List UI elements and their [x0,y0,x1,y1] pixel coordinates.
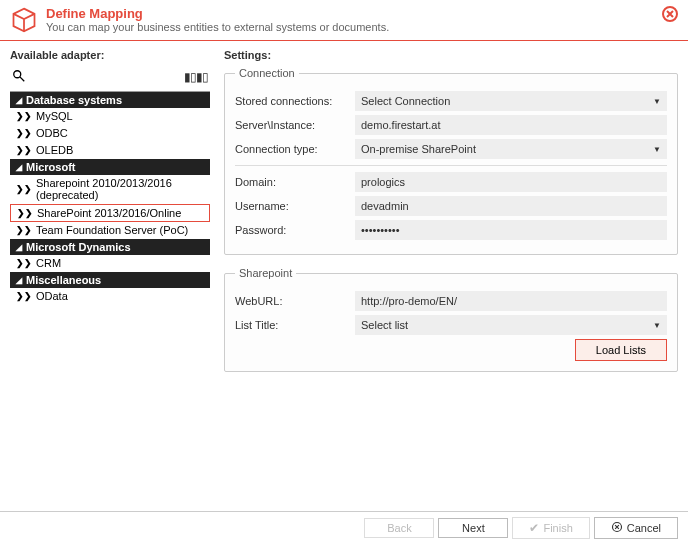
tree-group-label: Microsoft Dynamics [26,241,131,253]
chevron-icon: ❯❯ [16,225,32,235]
cancel-label: Cancel [627,522,661,534]
finish-label: Finish [543,522,572,534]
connection-type-select[interactable]: On-premise SharePoint ▼ [355,139,667,159]
tree-item-sp-deprecated[interactable]: ❯❯Sharepoint 2010/2013/2016 (deprecated) [10,175,210,204]
tree-item-label: OLEDB [36,144,73,156]
dialog-header: Define Mapping You can map your business… [0,0,688,41]
tree-item-sp-online[interactable]: ❯❯SharePoint 2013/2016/Online [10,204,210,222]
close-icon[interactable] [662,6,678,24]
chevron-down-icon: ▼ [653,145,661,154]
cancel-button[interactable]: Cancel [594,517,678,539]
chevron-icon: ❯❯ [16,258,32,268]
select-value: Select list [361,319,408,331]
username-input[interactable] [355,196,667,216]
weburl-input[interactable] [355,291,667,311]
chevron-down-icon: ▼ [653,97,661,106]
chevron-down-icon: ◢ [16,276,22,285]
tree-group-dynamics[interactable]: ◢Microsoft Dynamics [10,239,210,255]
connection-legend: Connection [235,67,299,79]
chevron-icon: ❯❯ [16,184,32,194]
check-icon: ✔ [529,521,539,535]
tree-group-label: Database systems [26,94,122,106]
tree-item-tfs[interactable]: ❯❯Team Foundation Server (PoC) [10,222,210,239]
wizard-footer: Back Next ✔ Finish Cancel [0,511,688,543]
tree-group-label: Miscellaneous [26,274,101,286]
back-button[interactable]: Back [364,518,434,538]
tree-item-label: OData [36,290,68,302]
sharepoint-legend: Sharepoint [235,267,296,279]
cancel-icon [611,521,623,535]
chevron-icon: ❯❯ [16,291,32,301]
connection-type-label: Connection type: [235,143,355,155]
tree-item-label: Sharepoint 2010/2013/2016 (deprecated) [36,177,204,201]
tree-item-label: CRM [36,257,61,269]
cube-icon [10,6,38,34]
adapter-tree: ◢Database systems ❯❯MySQL ❯❯ODBC ❯❯OLEDB… [10,91,210,305]
svg-point-1 [14,71,21,78]
connection-fieldset: Connection Stored connections: Select Co… [224,67,678,255]
chevron-icon: ❯❯ [16,145,32,155]
finish-button[interactable]: ✔ Finish [512,517,589,539]
server-input[interactable] [355,115,667,135]
stored-connections-label: Stored connections: [235,95,355,107]
filter-icon[interactable]: ▮▯▮▯ [184,70,208,84]
username-label: Username: [235,200,355,212]
domain-input[interactable] [355,172,667,192]
tree-item-mysql[interactable]: ❯❯MySQL [10,108,210,125]
tree-item-label: ODBC [36,127,68,139]
list-title-label: List Title: [235,319,355,331]
select-value: Select Connection [361,95,450,107]
tree-item-odbc[interactable]: ❯❯ODBC [10,125,210,142]
adapter-label: Available adapter: [10,49,210,61]
server-label: Server\Instance: [235,119,355,131]
stored-connections-select[interactable]: Select Connection ▼ [355,91,667,111]
settings-label: Settings: [224,49,678,61]
chevron-down-icon: ◢ [16,96,22,105]
tree-item-label: Team Foundation Server (PoC) [36,224,188,236]
weburl-label: WebURL: [235,295,355,307]
domain-label: Domain: [235,176,355,188]
tree-group-db[interactable]: ◢Database systems [10,92,210,108]
next-button[interactable]: Next [438,518,508,538]
password-input[interactable] [355,220,667,240]
chevron-down-icon: ▼ [653,321,661,330]
tree-group-label: Microsoft [26,161,76,173]
tree-group-misc[interactable]: ◢Miscellaneous [10,272,210,288]
tree-item-label: SharePoint 2013/2016/Online [37,207,181,219]
tree-item-crm[interactable]: ❯❯CRM [10,255,210,272]
dialog-subtitle: You can map your business entities to ex… [46,21,389,33]
sharepoint-fieldset: Sharepoint WebURL: List Title: Select li… [224,267,678,372]
list-title-select[interactable]: Select list ▼ [355,315,667,335]
tree-item-label: MySQL [36,110,73,122]
svg-line-2 [20,77,24,81]
search-icon[interactable] [12,69,26,85]
tree-item-odata[interactable]: ❯❯OData [10,288,210,305]
select-value: On-premise SharePoint [361,143,476,155]
chevron-icon: ❯❯ [16,111,32,121]
load-lists-button[interactable]: Load Lists [575,339,667,361]
chevron-down-icon: ◢ [16,163,22,172]
chevron-icon: ❯❯ [16,128,32,138]
tree-item-oledb[interactable]: ❯❯OLEDB [10,142,210,159]
dialog-title: Define Mapping [46,6,389,21]
chevron-icon: ❯❯ [17,208,33,218]
tree-group-microsoft[interactable]: ◢Microsoft [10,159,210,175]
chevron-down-icon: ◢ [16,243,22,252]
password-label: Password: [235,224,355,236]
